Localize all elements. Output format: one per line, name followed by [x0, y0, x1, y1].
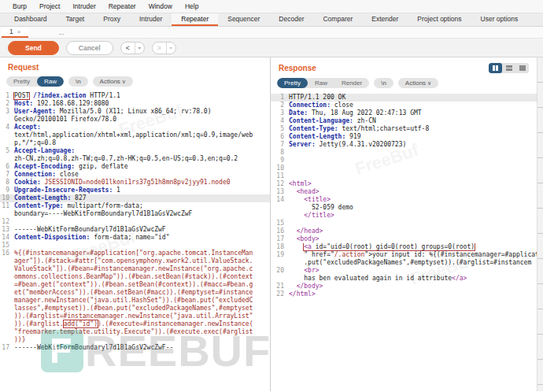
line-number: 14	[0, 234, 13, 242]
code-line: <br> has ben evaluated again in id attri…	[287, 267, 537, 283]
tab-project-options[interactable]: Project options	[408, 13, 471, 26]
line-number: 15	[0, 242, 13, 250]
code-row: 16 </head>	[271, 227, 537, 235]
close-icon[interactable]: ×	[17, 28, 21, 35]
code-row: 22</html>	[271, 290, 537, 298]
code-line: <body>	[287, 235, 537, 243]
chevron-down-icon: ∨	[426, 80, 431, 86]
code-row: 9	[271, 157, 537, 165]
response-scrollbar[interactable]	[537, 57, 543, 391]
menu-help[interactable]: Help	[179, 2, 205, 10]
request-tab-raw[interactable]: Raw	[37, 76, 64, 87]
tab-repeater[interactable]: Repeater	[172, 13, 218, 26]
response-panel: Response PrettyRawRender\nActions ∨ 1HTT…	[271, 57, 537, 391]
request-panel: Request PrettyRaw\nActions ∨ 1POST /?ind…	[0, 57, 271, 391]
tab-intruder[interactable]: Intruder	[130, 13, 172, 26]
code-row: 15	[0, 242, 270, 250]
subtab-label: 1	[9, 28, 13, 35]
response-code[interactable]: 1HTTP/1.1 200 OK2Connection: close3Date:…	[271, 92, 537, 391]
code-row: 19 " href="/.action">your input id: %{(#…	[271, 251, 537, 267]
history-forward-button[interactable]: > ▾	[152, 42, 176, 54]
response-actions-button[interactable]: Actions ∨	[398, 78, 438, 88]
code-line: Content-Disposition: form-data; name="id…	[13, 234, 270, 242]
menu-project[interactable]: Project	[33, 2, 66, 10]
repeater-subtab-more[interactable]: ...	[50, 27, 72, 38]
line-number: 4	[0, 124, 13, 147]
tab-extender[interactable]: Extender	[362, 13, 408, 26]
code-line: Connection: close	[13, 171, 270, 179]
response-tab-row: PrettyRawRender\nActions ∨	[271, 76, 537, 92]
line-number: 13	[0, 226, 13, 234]
response-tab-render[interactable]: Render	[334, 78, 369, 88]
code-row: 8	[271, 149, 537, 157]
line-number: 4	[271, 117, 287, 125]
forward-dropdown-icon[interactable]: ▾	[166, 43, 175, 54]
menu-repeater[interactable]: Repeater	[102, 2, 142, 10]
code-line: Content-Language: zh-CN	[287, 117, 537, 125]
code-line: Content-Type: text/html;charset=utf-8	[287, 125, 537, 133]
tab-decoder[interactable]: Decoder	[269, 13, 313, 26]
code-line: Content-Type: multipart/form-data; bound…	[13, 202, 270, 218]
code-row: 20 <br> has ben evaluated again in id at…	[271, 267, 537, 283]
code-row: 12<html>	[271, 180, 537, 188]
code-row: 10Content-Length: 827	[0, 194, 270, 202]
tab-proxy[interactable]: Proxy	[94, 13, 130, 26]
response-view-tabs: PrettyRawRender	[277, 78, 369, 88]
main-tab-bar: DashboardTargetProxyIntruderRepeaterSequ…	[0, 13, 543, 27]
code-line	[13, 242, 270, 250]
repeater-subtab-1[interactable]: 1 ×	[2, 27, 28, 38]
code-line: Accept-Language: zh-CN,zh;q=0.8,zh-TW;q=…	[13, 147, 270, 163]
code-line: ------WebKitFormBoundaryl7d1B1aGsV2wcZwF…	[13, 344, 270, 352]
code-line: <a id="uid=0(root) gid=0(root) groups=0(…	[287, 243, 537, 251]
response-title: Response	[279, 64, 316, 72]
layout-rows-button[interactable]	[502, 63, 515, 73]
code-row: 2Host: 192.168.68.129:8080	[0, 100, 270, 108]
response-newline-toggle[interactable]: \n	[374, 78, 393, 88]
line-number: 9	[271, 157, 287, 165]
code-line: Accept: text/html,application/xhtml+xml,…	[13, 124, 270, 147]
code-row: 9Upgrade-Insecure-Requests: 1	[0, 187, 270, 194]
request-header: Request	[0, 57, 270, 74]
message-editor-split: Request PrettyRaw\nActions ∨ 1POST /?ind…	[0, 57, 543, 391]
code-row: 4Accept: text/html,application/xhtml+xml…	[0, 124, 270, 147]
code-line: ------WebKitFormBoundaryl7d1B1aGsV2wcZwF	[13, 226, 270, 234]
code-row: 5Accept-Language: zh-CN,zh;q=0.8,zh-TW;q…	[0, 147, 270, 163]
line-number: 17	[0, 344, 13, 352]
menu-burp[interactable]: Burp	[6, 2, 33, 10]
response-tab-raw[interactable]: Raw	[308, 78, 334, 88]
code-row: 11Content-Type: multipart/form-data; bou…	[0, 202, 270, 218]
code-row: 6Accept-Encoding: gzip, deflate	[0, 163, 270, 171]
forward-arrow-icon[interactable]: >	[153, 43, 166, 54]
layout-single-button[interactable]	[515, 63, 529, 73]
menu-intruder[interactable]: Intruder	[66, 2, 102, 10]
line-number: 3	[0, 108, 13, 124]
tab-sequencer[interactable]: Sequencer	[218, 13, 269, 26]
menu-bar: BurpProjectIntruderRepeaterWindowHelp	[0, 0, 543, 13]
tab-target[interactable]: Target	[57, 13, 94, 26]
request-newline-toggle[interactable]: \n	[68, 76, 88, 87]
tab-comparer[interactable]: Comparer	[313, 13, 362, 26]
layout-columns-button[interactable]	[489, 63, 502, 73]
response-tab-pretty[interactable]: Pretty	[277, 78, 308, 88]
send-button[interactable]: Send	[8, 41, 59, 55]
code-line: Content-Length: 827	[13, 194, 270, 202]
code-line: Upgrade-Insecure-Requests: 1	[13, 187, 270, 194]
tab-user-options[interactable]: User options	[471, 13, 528, 26]
line-number: 21	[271, 283, 287, 290]
cancel-button[interactable]: Cancel	[66, 41, 113, 55]
request-code[interactable]: 1POST /?index.action HTTP/1.12Host: 192.…	[0, 91, 270, 391]
back-arrow-icon[interactable]: <	[121, 43, 135, 54]
line-number: 2	[0, 100, 13, 108]
code-row: 14Content-Disposition: form-data; name="…	[0, 234, 270, 242]
request-tab-pretty[interactable]: Pretty	[6, 76, 37, 87]
chevron-down-icon: ∨	[120, 79, 126, 84]
two-rows-icon	[506, 65, 512, 71]
back-dropdown-icon[interactable]: ▾	[135, 43, 144, 54]
request-actions-button[interactable]: Actions ∨	[93, 76, 133, 87]
code-row: 15	[271, 220, 537, 227]
line-number: 10	[271, 165, 287, 172]
history-back-button[interactable]: < ▾	[120, 42, 145, 54]
line-number: 3	[271, 109, 287, 117]
tab-dashboard[interactable]: Dashboard	[5, 13, 57, 26]
menu-window[interactable]: Window	[142, 2, 179, 10]
